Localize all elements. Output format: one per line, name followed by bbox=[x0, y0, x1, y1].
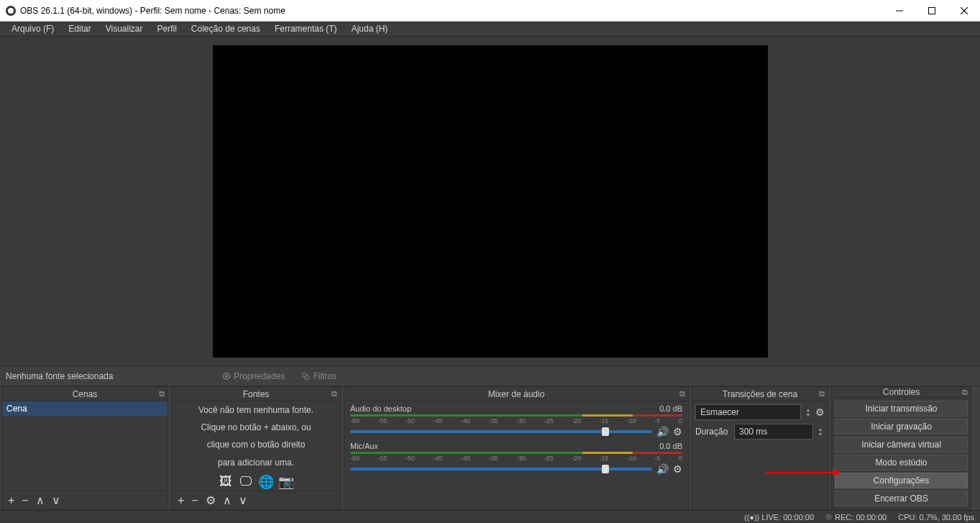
sources-popout-icon[interactable]: ⧉ bbox=[331, 389, 337, 399]
scenes-popout-icon[interactable]: ⧉ bbox=[159, 389, 165, 399]
speaker-icon[interactable]: 🔊 bbox=[656, 463, 669, 475]
duration-spinner[interactable]: ▲▼ bbox=[816, 427, 825, 437]
mixer-ch1-db: 0.0 dB bbox=[659, 404, 682, 413]
vu-ticks-mic: -60-55-50-45-40-35-30-25-20-15-10-50 bbox=[350, 455, 682, 462]
mixer-header: Mixer de áudio ⧉ bbox=[344, 387, 688, 401]
transition-selected: Esmaecer bbox=[700, 407, 739, 417]
scene-up-button[interactable]: ∧ bbox=[36, 495, 45, 506]
menu-ajuda[interactable]: Ajuda (H) bbox=[344, 22, 395, 35]
sources-empty-line2: Clique no botão + abaixo, ou bbox=[172, 419, 340, 436]
scenes-header: Cenas ⧉ bbox=[2, 387, 168, 401]
remove-scene-button[interactable]: − bbox=[22, 495, 28, 506]
sources-panel: Fontes ⧉ Você não tem nenhuma fonte. Cli… bbox=[171, 386, 341, 510]
vu-ticks-desktop: -60-55-50-45-40-35-30-25-20-15-10-50 bbox=[350, 417, 682, 424]
slider-thumb[interactable] bbox=[602, 427, 609, 436]
speaker-icon[interactable]: 🔊 bbox=[656, 426, 669, 437]
source-up-button[interactable]: ∧ bbox=[223, 495, 232, 506]
transition-settings-icon[interactable]: ⚙ bbox=[815, 406, 825, 418]
statusbar: ((●))LIVE: 00:00:00 REC: 00:00:00 CPU: 0… bbox=[0, 510, 980, 523]
controls-panel: Controles ⧉ Iniciar transmissão Iniciar … bbox=[831, 386, 971, 510]
transitions-header-label: Transições de cena bbox=[723, 389, 797, 399]
channel-settings-icon[interactable]: ⚙ bbox=[673, 426, 682, 437]
mixer-ch2-name: Mic/Aux bbox=[350, 442, 378, 450]
transition-spinner[interactable]: ▲▼ bbox=[804, 407, 812, 417]
controls-header-label: Controles bbox=[883, 387, 920, 397]
filters-label: Filtros bbox=[313, 371, 336, 381]
status-live: ((●))LIVE: 00:00:00 bbox=[744, 513, 814, 522]
start-virtual-cam-button[interactable]: Iniciar câmera virtual bbox=[835, 437, 968, 452]
menu-editar[interactable]: Editar bbox=[61, 22, 98, 35]
menu-arquivo[interactable]: Arquivo (F) bbox=[4, 22, 61, 35]
channel-settings-icon[interactable]: ⚙ bbox=[673, 463, 682, 475]
transition-select[interactable]: Esmaecer bbox=[695, 404, 801, 420]
sources-footer: + − ⚙ ∧ ∨ bbox=[172, 491, 340, 509]
duration-input[interactable]: 300 ms bbox=[734, 424, 813, 440]
sources-header-label: Fontes bbox=[243, 389, 270, 399]
sources-body[interactable]: Você não tem nenhuma fonte. Clique no bo… bbox=[172, 401, 340, 491]
controls-popout-icon[interactable]: ⧉ bbox=[962, 388, 968, 397]
minimize-button[interactable] bbox=[883, 0, 915, 22]
menu-perfil[interactable]: Perfil bbox=[150, 22, 184, 35]
status-rec: REC: 00:00:00 bbox=[825, 513, 887, 522]
bottom-panels: Cenas ⧉ Cena + − ∧ ∨ Fontes ⧉ Você não t… bbox=[0, 386, 980, 510]
maximize-button[interactable] bbox=[915, 0, 948, 22]
sources-empty-line4: para adicionar uma. bbox=[172, 454, 340, 471]
source-down-button[interactable]: ∨ bbox=[239, 495, 247, 506]
studio-mode-button[interactable]: Modo estúdio bbox=[835, 455, 968, 470]
source-type-icons: 🖼 🖵 🌐 📷 bbox=[172, 471, 340, 490]
transitions-panel: Transições de cena ⧉ Esmaecer ▲▼ ⚙ Duraç… bbox=[692, 386, 828, 510]
volume-slider-desktop[interactable] bbox=[350, 430, 652, 433]
volume-slider-mic[interactable] bbox=[350, 468, 652, 470]
preview-area bbox=[0, 37, 980, 366]
remove-source-button[interactable]: − bbox=[191, 495, 198, 506]
properties-label: Propriedades bbox=[234, 371, 285, 381]
sources-empty-line1: Você não tem nenhuma fonte. bbox=[172, 401, 340, 419]
exit-button[interactable]: Encerrar OBS bbox=[835, 491, 968, 506]
slider-thumb[interactable] bbox=[602, 465, 609, 473]
globe-source-icon: 🌐 bbox=[258, 474, 274, 490]
controls-body: Iniciar transmissão Iniciar gravação Ini… bbox=[832, 398, 971, 509]
svg-rect-1 bbox=[928, 7, 935, 14]
menu-visualizar[interactable]: Visualizar bbox=[99, 22, 150, 35]
source-settings-button[interactable]: ⚙ bbox=[206, 495, 216, 506]
transitions-popout-icon[interactable]: ⧉ bbox=[819, 389, 825, 399]
transitions-body: Esmaecer ▲▼ ⚙ Duração 300 ms ▲▼ bbox=[692, 401, 828, 442]
start-recording-button[interactable]: Iniciar gravação bbox=[835, 419, 968, 435]
scenes-header-label: Cenas bbox=[73, 389, 98, 399]
mixer-ch1-name: Áudio do desktop bbox=[350, 404, 411, 413]
obs-logo-icon bbox=[6, 6, 16, 16]
mixer-channel-mic: Mic/Aux 0.0 dB -60-55-50-45-40-35-30-25-… bbox=[350, 442, 682, 475]
filters-button[interactable]: Filtros bbox=[298, 370, 339, 383]
menu-colecao[interactable]: Coleção de cenas bbox=[184, 22, 267, 35]
scenes-list[interactable]: Cena bbox=[2, 401, 168, 491]
image-source-icon: 🖼 bbox=[218, 474, 234, 490]
duration-label: Duração bbox=[695, 427, 731, 437]
settings-button[interactable]: Configurações bbox=[835, 473, 968, 488]
controls-header: Controles ⧉ bbox=[832, 387, 971, 398]
svg-point-7 bbox=[305, 376, 309, 380]
mixer-header-label: Mixer de áudio bbox=[488, 389, 545, 399]
mixer-popout-icon[interactable]: ⧉ bbox=[679, 389, 685, 399]
selected-source-label: Nenhuma fonte selecionada bbox=[0, 371, 216, 381]
transitions-header: Transições de cena ⧉ bbox=[692, 387, 828, 401]
vu-meter-mic bbox=[350, 452, 682, 454]
scene-item[interactable]: Cena bbox=[2, 401, 168, 416]
start-streaming-button[interactable]: Iniciar transmissão bbox=[835, 401, 968, 417]
add-source-button[interactable]: + bbox=[178, 495, 184, 506]
maximize-icon bbox=[928, 7, 935, 14]
close-button[interactable] bbox=[948, 0, 980, 22]
sources-empty-line3: clique com o botão direito bbox=[172, 436, 340, 453]
preview-canvas[interactable] bbox=[213, 45, 768, 358]
rec-dot-icon bbox=[825, 514, 832, 520]
scene-down-button[interactable]: ∨ bbox=[52, 495, 60, 506]
filters-icon bbox=[301, 371, 311, 381]
svg-point-6 bbox=[303, 373, 307, 377]
duration-value: 300 ms bbox=[739, 427, 767, 437]
close-icon bbox=[961, 7, 968, 14]
display-source-icon: 🖵 bbox=[238, 474, 254, 490]
menu-ferramentas[interactable]: Ferramentas (T) bbox=[267, 22, 344, 35]
add-scene-button[interactable]: + bbox=[8, 495, 14, 506]
vu-meter-desktop bbox=[350, 414, 682, 417]
broadcast-icon: ((●)) bbox=[744, 513, 759, 522]
properties-button[interactable]: Propriedades bbox=[219, 370, 288, 383]
